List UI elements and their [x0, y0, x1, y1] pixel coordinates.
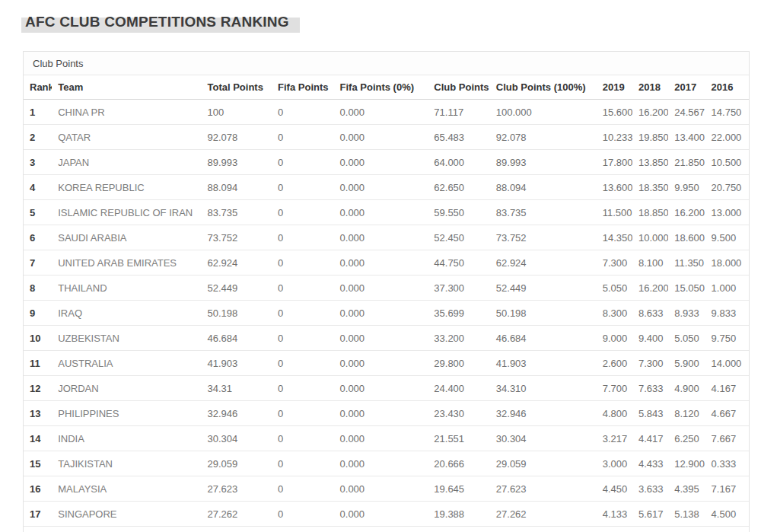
- value-cell: 0.000: [334, 376, 428, 401]
- value-cell: 0: [272, 376, 334, 401]
- rank-cell: 3: [24, 150, 52, 175]
- table-row: 1CHINA PR10000.00071.117100.00015.60016.…: [24, 100, 749, 125]
- value-cell: 9.500: [705, 225, 749, 250]
- value-cell: 5.617: [632, 502, 668, 527]
- value-cell: 8.100: [632, 250, 668, 276]
- value-cell: 62.924: [490, 250, 597, 276]
- column-header: Total Points: [201, 75, 272, 100]
- value-cell: 32.946: [201, 401, 272, 426]
- rank-cell: 13: [24, 401, 52, 426]
- header-row: RankTeamTotal PointsFifa PointsFifa Poin…: [24, 75, 749, 100]
- table-head: RankTeamTotal PointsFifa PointsFifa Poin…: [24, 75, 749, 100]
- value-cell: 19.388: [428, 502, 490, 527]
- value-cell: 21.850: [668, 150, 705, 175]
- rank-cell: 17: [24, 502, 52, 527]
- table-row: 3JAPAN89.99300.00064.00089.99317.80013.8…: [24, 150, 749, 175]
- value-cell: 33.200: [428, 326, 490, 351]
- value-cell: 11.500: [597, 200, 632, 225]
- value-cell: 20.750: [705, 175, 749, 200]
- table-row: 17SINGAPORE27.26200.00019.38827.2624.133…: [24, 502, 749, 527]
- value-cell: 18.000: [705, 250, 749, 276]
- value-cell: 7.167: [705, 476, 749, 502]
- table-row: 11AUSTRALIA41.90300.00029.80041.9032.600…: [24, 351, 749, 376]
- column-header: 2017: [668, 75, 705, 100]
- value-cell: 0: [272, 125, 334, 150]
- value-cell: 29.059: [490, 451, 597, 476]
- value-cell: 13.400: [668, 125, 705, 150]
- rank-cell: 1: [24, 100, 52, 125]
- value-cell: 0.000: [334, 150, 428, 175]
- table-row: 13PHILIPPINES32.94600.00023.43032.9464.8…: [24, 401, 749, 426]
- value-cell: 15.600: [597, 100, 632, 125]
- value-cell: 100: [201, 100, 272, 125]
- team-cell: AUSTRALIA: [52, 351, 201, 376]
- team-cell: SINGAPORE: [52, 502, 201, 527]
- value-cell: 2.000: [705, 527, 749, 532]
- rank-cell: 6: [24, 225, 52, 250]
- value-cell: 0: [272, 276, 334, 301]
- value-cell: 7.300: [632, 351, 668, 376]
- table-row: 15TAJIKISTAN29.05900.00020.66629.0593.00…: [24, 451, 749, 476]
- team-cell: TAJIKISTAN: [52, 451, 201, 476]
- value-cell: 0: [272, 401, 334, 426]
- value-cell: 1.000: [705, 276, 749, 301]
- rank-cell: 11: [24, 351, 52, 376]
- value-cell: 11.350: [668, 250, 705, 276]
- value-cell: 59.550: [428, 200, 490, 225]
- value-cell: 22.000: [705, 125, 749, 150]
- team-cell: ISLAMIC REPUBLIC OF IRAN: [52, 200, 201, 225]
- value-cell: 5.050: [597, 276, 632, 301]
- value-cell: 0.000: [334, 476, 428, 502]
- team-cell: JORDAN: [52, 376, 201, 401]
- rank-cell: 18: [24, 527, 52, 532]
- column-header: Rank: [24, 75, 52, 100]
- value-cell: 0.000: [334, 351, 428, 376]
- value-cell: 8.120: [668, 401, 705, 426]
- rank-cell: 4: [24, 175, 52, 200]
- table-row: 2QATAR92.07800.00065.48392.07810.23319.8…: [24, 125, 749, 150]
- value-cell: 88.094: [201, 175, 272, 200]
- value-cell: 9.950: [668, 175, 705, 200]
- value-cell: 0: [272, 426, 334, 451]
- value-cell: 88.094: [490, 175, 597, 200]
- value-cell: 0.000: [334, 426, 428, 451]
- rank-cell: 15: [24, 451, 52, 476]
- value-cell: 0.000: [334, 401, 428, 426]
- value-cell: 92.078: [201, 125, 272, 150]
- team-cell: IRAQ: [52, 301, 201, 326]
- value-cell: 4.417: [632, 426, 668, 451]
- value-cell: 0: [272, 476, 334, 502]
- value-cell: 64.000: [428, 150, 490, 175]
- team-cell: JAPAN: [52, 150, 201, 175]
- column-header: Club Points: [428, 75, 490, 100]
- value-cell: 2.600: [597, 351, 632, 376]
- value-cell: 4.133: [597, 502, 632, 527]
- value-cell: 73.752: [490, 225, 597, 250]
- value-cell: 16.200: [632, 100, 668, 125]
- value-cell: 0.000: [334, 225, 428, 250]
- rank-cell: 7: [24, 250, 52, 276]
- value-cell: 17.800: [597, 150, 632, 175]
- value-cell: 4.733: [597, 527, 632, 532]
- value-cell: 89.993: [201, 150, 272, 175]
- value-cell: 9.750: [705, 326, 749, 351]
- value-cell: 4.900: [668, 376, 705, 401]
- rank-cell: 9: [24, 301, 52, 326]
- value-cell: 19.850: [632, 125, 668, 150]
- value-cell: 46.684: [201, 326, 272, 351]
- panel-header-club-points: Club Points: [24, 52, 749, 75]
- value-cell: 4.500: [705, 502, 749, 527]
- table-row: 16MALAYSIA27.62300.00019.64527.6234.4503…: [24, 476, 749, 502]
- value-cell: 0: [272, 225, 334, 250]
- value-cell: 0: [272, 301, 334, 326]
- column-header: 2016: [705, 75, 749, 100]
- column-header: Fifa Points: [272, 75, 334, 100]
- value-cell: 65.483: [428, 125, 490, 150]
- value-cell: 24.567: [668, 100, 705, 125]
- value-cell: 83.735: [490, 200, 597, 225]
- table-row: 6SAUDI ARABIA73.75200.00052.45073.75214.…: [24, 225, 749, 250]
- value-cell: 27.262: [201, 502, 272, 527]
- value-cell: 16.200: [632, 276, 668, 301]
- value-cell: 7.633: [632, 376, 668, 401]
- value-cell: 0.000: [334, 250, 428, 276]
